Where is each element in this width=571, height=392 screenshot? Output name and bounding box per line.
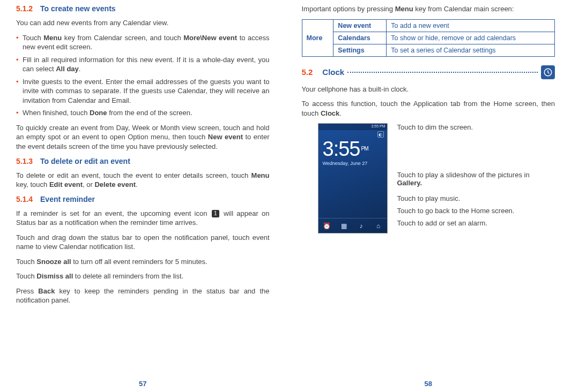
callout: Touch to play a slideshow of the picture… bbox=[394, 171, 555, 187]
table-cell: To set a series of Calendar settings bbox=[387, 44, 555, 56]
list-item: When finished, touch Done from the end o… bbox=[16, 108, 270, 118]
callout: Touch to play music. bbox=[394, 194, 555, 202]
callout: Touch to add or set an alarm. bbox=[394, 219, 555, 227]
reminder-text-3: Touch Snooze all to turn off all event r… bbox=[16, 257, 270, 267]
reminder-text-5: Press Back key to keep the reminders pen… bbox=[16, 287, 270, 305]
menu-options-table: More New event To add a new event Calend… bbox=[302, 19, 555, 57]
section-number: 5.1.4 bbox=[16, 195, 33, 203]
callout-list: Touch to dim the screen. Touch to play a… bbox=[394, 123, 555, 235]
clock-figure: 3:55 PM ◐ 3:55PM Wednesday, June 27 ⏰ ▦ … bbox=[318, 123, 555, 235]
heading-514: 5.1.4 Event reminder bbox=[16, 195, 270, 203]
dim-icon: ◐ bbox=[377, 131, 384, 138]
alarm-icon: ⏰ bbox=[318, 218, 336, 233]
section-number: 5.1.3 bbox=[16, 157, 33, 165]
phone-status-bar: 3:55 PM bbox=[318, 124, 387, 130]
page-number: 57 bbox=[0, 380, 286, 388]
phone-clock-time: 3:55PM bbox=[318, 130, 387, 161]
reminder-text-1: If a reminder is set for an event, the u… bbox=[16, 209, 270, 228]
upcoming-event-icon: 1 bbox=[212, 210, 219, 217]
music-icon: ♪ bbox=[353, 218, 370, 233]
edit-delete-text: To delete or edit an event, touch the ev… bbox=[16, 171, 270, 190]
callout: Touch to go back to the Home screen. bbox=[394, 207, 555, 215]
reminder-text-4: Touch Dismiss all to delete all reminder… bbox=[16, 272, 270, 281]
section-title: To delete or edit an event bbox=[40, 157, 130, 165]
table-cell: Settings bbox=[333, 44, 387, 56]
section-title: Clock bbox=[322, 67, 344, 77]
phone-clock-date: Wednesday, June 27 bbox=[318, 161, 387, 166]
list-item: Fill in all required information for thi… bbox=[16, 55, 270, 74]
callout: Touch to dim the screen. bbox=[394, 123, 555, 131]
gallery-icon: ▦ bbox=[336, 218, 353, 233]
page-left: 5.1.2 To create new events You can add n… bbox=[0, 0, 286, 392]
clock-intro: Your cellphone has a built-in clock. bbox=[302, 85, 555, 94]
clock-access: To access this function, touch the Appli… bbox=[302, 99, 555, 118]
table-cell: New event bbox=[333, 19, 387, 32]
table-cell: Calendars bbox=[333, 32, 387, 44]
bullet-list: Touch Menu key from Calendar screen, and… bbox=[16, 33, 270, 118]
list-item: Touch Menu key from Calendar screen, and… bbox=[16, 33, 270, 52]
heading-513: 5.1.3 To delete or edit an event bbox=[16, 157, 270, 165]
table-cell: To add a new event bbox=[387, 19, 555, 32]
clock-icon bbox=[541, 65, 555, 79]
intro-text: You can add new events from any Calendar… bbox=[16, 18, 270, 28]
reminder-text-2: Touch and drag down the status bar to op… bbox=[16, 233, 270, 252]
menu-intro: Important options by pressing Menu key f… bbox=[302, 4, 555, 14]
page-number: 58 bbox=[286, 380, 572, 388]
table-cell: To show or hide, remove or add calendars bbox=[387, 32, 555, 44]
phone-bottom-bar: ⏰ ▦ ♪ ⌂ bbox=[318, 218, 387, 233]
heading-52: 5.2 Clock bbox=[302, 65, 555, 79]
home-icon: ⌂ bbox=[370, 218, 387, 233]
quick-create-text: To quickly create an event from Day, Wee… bbox=[16, 123, 270, 152]
section-number: 5.1.2 bbox=[16, 4, 33, 13]
heading-512: 5.1.2 To create new events bbox=[16, 4, 270, 13]
section-number: 5.2 bbox=[302, 67, 313, 77]
section-title: To create new events bbox=[40, 4, 116, 13]
list-item: Invite guests to the event. Enter the em… bbox=[16, 77, 270, 105]
section-title: Event reminder bbox=[40, 195, 95, 203]
leader-dots bbox=[347, 70, 538, 73]
phone-screenshot: 3:55 PM ◐ 3:55PM Wednesday, June 27 ⏰ ▦ … bbox=[318, 123, 388, 233]
table-cell-more: More bbox=[302, 19, 333, 56]
page-right: Important options by pressing Menu key f… bbox=[286, 0, 572, 392]
